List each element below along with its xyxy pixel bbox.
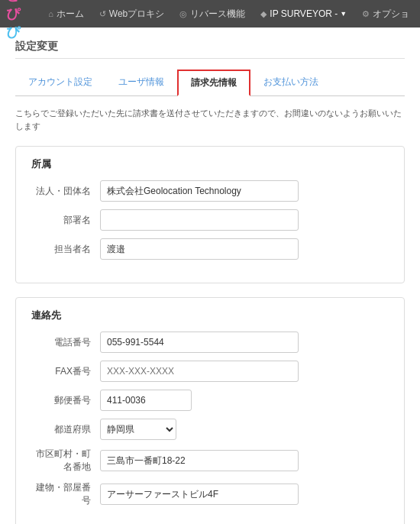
postal-input[interactable]: [100, 390, 192, 411]
nav-options-label: オプショ: [373, 8, 409, 21]
nav-reverse[interactable]: ◎ リバース機能: [172, 0, 253, 27]
company-input[interactable]: [100, 180, 299, 202]
tab-user-info[interactable]: ユーザ情報: [105, 70, 177, 96]
affiliation-title: 所属: [31, 157, 389, 171]
tab-bar: アカウント設定 ユーザ情報 請求先情報 お支払い方法: [15, 70, 405, 96]
postal-label: 郵便番号: [31, 394, 100, 407]
department-label: 部署名: [31, 214, 100, 227]
page-description: こちらでご登録いただいた先に請求書を送付させていただきますので、お間違いのないよ…: [15, 107, 405, 132]
nav-web-proxy-label: Webプロキシ: [109, 8, 164, 21]
contact-label: 担当者名: [31, 243, 100, 256]
page-title: 設定変更: [15, 40, 405, 59]
building-input[interactable]: [100, 484, 299, 505]
page-content: 設定変更 アカウント設定 ユーザ情報 請求先情報 お支払い方法 こちらでご登録い…: [0, 27, 420, 524]
fax-input[interactable]: [100, 361, 299, 382]
prefecture-select[interactable]: 静岡県 東京都 神奈川県 愛知県: [100, 419, 176, 440]
affiliation-section: 所属 法人・団体名 部署名 担当者名: [15, 146, 405, 283]
prefecture-row: 都道府県 静岡県 東京都 神奈川県 愛知県: [31, 419, 389, 440]
tab-account[interactable]: アカウント設定: [15, 70, 105, 96]
nav-ip-surveyor[interactable]: ◆ IP SURVEYOR - ▼: [253, 0, 354, 27]
contact-title: 連絡先: [31, 309, 389, 322]
company-row: 法人・団体名: [31, 180, 389, 202]
phone-row: 電話番号: [31, 332, 389, 353]
department-input[interactable]: [100, 209, 299, 231]
navbar: どぴぴ.jp ⌂ ホーム ↺ Webプロキシ ◎ リバース機能 ◆ IP SUR…: [0, 0, 420, 27]
tab-billing[interactable]: 請求先情報: [177, 70, 250, 96]
nav-menu: ⌂ ホーム ↺ Webプロキシ ◎ リバース機能 ◆ IP SURVEYOR -…: [40, 0, 417, 27]
department-row: 部署名: [31, 209, 389, 231]
dropdown-arrow-icon: ▼: [340, 10, 347, 18]
fax-row: FAX番号: [31, 361, 389, 382]
refresh-icon: ↺: [99, 9, 106, 19]
nav-home-label: ホーム: [57, 8, 84, 21]
address-label: 市区町村・町名番地: [31, 448, 100, 474]
phone-label: 電話番号: [31, 336, 100, 349]
nav-home[interactable]: ⌂ ホーム: [40, 0, 92, 27]
contact-input[interactable]: [100, 238, 299, 260]
nav-web-proxy[interactable]: ↺ Webプロキシ: [92, 0, 172, 27]
phone-input[interactable]: [100, 332, 299, 353]
company-label: 法人・団体名: [31, 185, 100, 198]
tab-payment[interactable]: お支払い方法: [250, 70, 331, 96]
building-label: 建物・部屋番号: [31, 481, 100, 507]
address-row: 市区町村・町名番地: [31, 448, 389, 474]
gear-icon: ⚙: [362, 9, 370, 19]
logo[interactable]: どぴぴ.jp: [6, 0, 31, 41]
nav-ip-surveyor-label: IP SURVEYOR -: [270, 8, 338, 19]
diamond-icon: ◆: [260, 9, 267, 19]
address-input[interactable]: [100, 450, 299, 471]
building-row: 建物・部屋番号: [31, 481, 389, 507]
contact-row: 担当者名: [31, 238, 389, 260]
nav-options[interactable]: ⚙ オプショ: [354, 0, 417, 27]
nav-reverse-label: リバース機能: [190, 8, 245, 21]
reverse-icon: ◎: [179, 9, 187, 19]
prefecture-label: 都道府県: [31, 423, 100, 436]
contact-section: 連絡先 電話番号 FAX番号 郵便番号 都道府県 静岡県 東京都 神奈川県 愛知…: [15, 297, 405, 524]
home-icon: ⌂: [48, 9, 53, 18]
fax-label: FAX番号: [31, 365, 100, 378]
postal-row: 郵便番号: [31, 390, 389, 411]
